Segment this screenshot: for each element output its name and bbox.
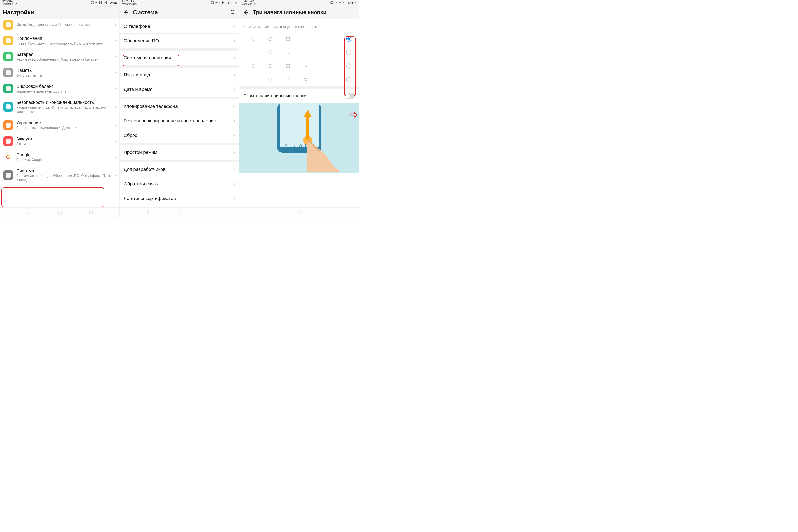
battery-icon: 51 (342, 1, 346, 4)
settings-row[interactable]: GGoogleСервисы Google› (0, 149, 119, 165)
nav-home-icon[interactable] (297, 210, 302, 216)
chevron-right-icon: › (114, 86, 116, 92)
dropdown-icon (297, 77, 315, 82)
settings-row[interactable]: Метки, Уведомления на заблокированном эк… (0, 19, 119, 33)
nav-combo-row[interactable] (240, 59, 359, 73)
nfc-icon: N (219, 1, 222, 4)
chevron-right-icon: › (233, 118, 235, 124)
system-row[interactable]: Простой режим› (120, 145, 239, 160)
nav-home-icon[interactable] (177, 210, 182, 216)
system-row[interactable]: Клонирование телефона› (120, 99, 239, 114)
chevron-right-icon: › (114, 104, 116, 110)
nav-recent-icon[interactable] (328, 210, 333, 216)
settings-row[interactable]: Цифровой балансУправление временем досту… (0, 81, 119, 97)
svg-rect-13 (287, 64, 290, 68)
chevron-right-icon: › (114, 37, 116, 44)
settings-row[interactable]: ПриложенияПрава, Приложения по умолчанию… (0, 33, 119, 49)
system-row[interactable]: Язык и ввод› (120, 68, 239, 82)
chevron-right-icon: › (233, 149, 235, 156)
back-icon[interactable] (123, 9, 129, 16)
search-icon[interactable] (230, 9, 236, 16)
chevron-right-icon: › (114, 122, 116, 128)
clock: 12:06 (108, 1, 117, 4)
svg-point-8 (269, 37, 272, 41)
svg-point-0 (58, 211, 61, 214)
svg-rect-1 (90, 211, 92, 214)
system-row[interactable]: Дата и время› (120, 82, 239, 97)
headphones-icon: 🎧 (330, 1, 334, 4)
nav-combo-row[interactable] (240, 32, 359, 46)
row-icon (3, 102, 13, 112)
svg-point-11 (269, 51, 272, 54)
settings-row[interactable]: ПамятьОчистка памяти› (0, 65, 119, 81)
svg-rect-9 (287, 37, 290, 40)
system-row[interactable]: Сброс› (120, 128, 239, 143)
nav-back-icon[interactable] (26, 210, 31, 216)
carrier-1: KYIVSTAR (242, 0, 256, 3)
system-list: О телефоне›Обновление ПО›Системная навиг… (120, 19, 239, 207)
recent-icon (244, 77, 262, 82)
row-label: Батарея (16, 52, 111, 57)
settings-row[interactable]: СистемаСистемная навигация, Обновление П… (0, 165, 119, 186)
nav-combo-row[interactable] (240, 46, 359, 59)
system-row[interactable]: Системная навигация› (120, 51, 239, 65)
settings-row[interactable]: Безопасность и конфиденциальностьРаспозн… (0, 97, 119, 117)
svg-point-12 (269, 64, 272, 68)
home-icon (262, 37, 279, 41)
system-row[interactable]: Обратная связь› (120, 177, 239, 191)
back-icon[interactable] (242, 9, 249, 16)
page-title: Три навигационные кнопки (253, 9, 356, 16)
nav-back-icon[interactable] (146, 210, 151, 216)
eye-icon: 👁 (335, 1, 338, 4)
row-label: Логотипы сертификатов (124, 196, 233, 201)
carrier-2: Vodafone UA (242, 3, 256, 5)
nav-combo-row[interactable] (240, 73, 359, 87)
svg-line-4 (234, 13, 235, 15)
row-sub: Аккаунты (16, 141, 111, 146)
row-icon (3, 68, 13, 77)
svg-point-3 (231, 10, 234, 14)
header: Система (120, 5, 239, 19)
settings-row[interactable]: БатареяРежим энергосбережения, Использов… (0, 49, 119, 65)
system-row[interactable]: Логотипы сертификатов› (120, 191, 239, 206)
radio-button[interactable] (346, 36, 352, 42)
home-icon (262, 64, 279, 68)
system-row[interactable]: Для разработчиков› (120, 162, 239, 177)
nfc-icon: N (339, 1, 341, 4)
row-label: Метки, Уведомления на заблокированном эк… (16, 23, 111, 27)
radio-button[interactable] (346, 63, 352, 69)
nav-home-icon[interactable] (57, 210, 62, 216)
settings-row[interactable]: УправлениеСпециальные возможности, Движе… (0, 117, 119, 133)
radio-button[interactable] (346, 50, 352, 55)
row-icon (3, 36, 13, 45)
toggle-switch[interactable] (345, 93, 355, 99)
carrier-1: KYIVSTAR (2, 0, 17, 3)
recent-icon (279, 37, 297, 41)
row-label: Простой режим (124, 150, 233, 155)
settings-row[interactable]: АккаунтыАккаунты› (0, 133, 119, 149)
nav-recent-icon[interactable] (89, 210, 93, 216)
recent-icon (244, 50, 262, 55)
system-row[interactable]: Резервное копирование и восстановление› (120, 114, 239, 128)
carrier-1: KYIVSTAR (122, 0, 137, 3)
svg-point-5 (178, 211, 181, 214)
status-bar: KYIVSTAR Vodafone UA 🎧 👁 N 51 12:06 (120, 0, 239, 5)
system-row[interactable]: Обновление ПО› (120, 34, 239, 48)
system-row[interactable]: О телефоне› (120, 19, 239, 34)
row-icon (3, 84, 13, 93)
row-label: Цифровой баланс (16, 84, 111, 90)
clock: 12:07 (347, 1, 356, 4)
hide-nav-toggle-row[interactable]: Скрыть навигационные кнопки (240, 89, 359, 103)
svg-point-26 (298, 211, 301, 214)
row-sub: Распознавание лица, Отпечаток пальца, Па… (16, 106, 111, 114)
svg-point-17 (269, 78, 272, 81)
row-label: Системная навигация (124, 55, 233, 61)
chevron-right-icon: › (114, 54, 116, 60)
nav-recent-icon[interactable] (208, 210, 213, 216)
chevron-right-icon: › (233, 38, 235, 44)
radio-button[interactable] (346, 77, 352, 82)
chevron-right-icon: › (114, 138, 116, 144)
back-icon (244, 37, 262, 41)
row-label: Обратная связь (124, 181, 233, 187)
nav-back-icon[interactable] (266, 210, 270, 216)
